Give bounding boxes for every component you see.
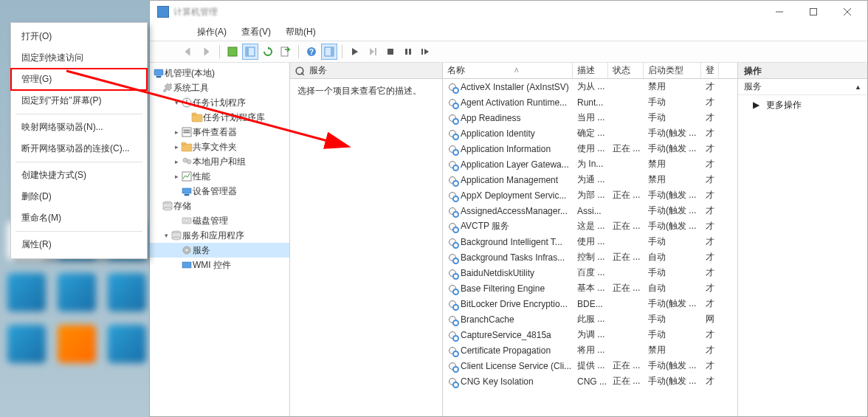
service-name: Application Information (461, 144, 551, 154)
service-row[interactable]: Application Identity确定 ...手动(触发 ...才 (443, 125, 737, 141)
toolbar-back[interactable] (181, 44, 197, 60)
expander-icon[interactable]: ▸ (172, 173, 181, 180)
computer-icon (153, 67, 165, 79)
tree-shared-folders[interactable]: ▸ 共享文件夹 (150, 139, 289, 154)
service-row[interactable]: Application Layer Gatewa...为 In...禁用才 (443, 156, 737, 172)
service-row[interactable]: BaiduNetdiskUtility百度 ...手动才 (443, 265, 737, 280)
ctx-delete[interactable]: 删除(D) (11, 186, 147, 207)
service-row[interactable]: CaptureService_4815a为调 ...手动才 (443, 327, 737, 342)
header-name-label: 名称 (447, 64, 465, 77)
ctx-pin-start[interactable]: 固定到"开始"屏幕(P) (11, 90, 147, 111)
expander-icon[interactable]: ▾ (162, 232, 170, 239)
service-name: Background Intelligent T... (461, 237, 562, 247)
service-row[interactable]: BranchCache此服 ...手动网 (443, 311, 737, 327)
header-description[interactable]: 描述 (573, 63, 608, 78)
header-status[interactable]: 状态 (608, 63, 644, 78)
ctx-map-drive[interactable]: 映射网络驱动器(N)... (11, 117, 147, 138)
maximize-button[interactable] (796, 1, 830, 22)
toolbar-pause[interactable] (400, 44, 416, 60)
svg-point-35 (187, 159, 191, 164)
service-row[interactable]: Client License Service (Cli...提供 ...正在 .… (443, 358, 737, 373)
tree-task-library[interactable]: 任务计划程序库 (150, 110, 289, 125)
expander-icon[interactable]: ▸ (172, 143, 181, 151)
service-row[interactable]: Background Intelligent T...使用 ...手动才 (443, 234, 737, 249)
tree-storage[interactable]: 存储 (150, 199, 289, 213)
desktop-icon[interactable] (58, 273, 96, 311)
ctx-disconnect-drive[interactable]: 断开网络驱动器的连接(C)... (11, 138, 147, 159)
tree-services-apps[interactable]: ▾ 服务和应用程序 (150, 228, 289, 243)
service-row[interactable]: CNG Key IsolationCNG ...正在 ...手动(触发 ...才 (443, 373, 737, 389)
desktop-icon[interactable] (7, 325, 46, 363)
service-row[interactable]: Background Tasks Infras...控制 ...正在 ...自动… (443, 249, 737, 265)
ctx-create-shortcut[interactable]: 创建快捷方式(S) (11, 165, 147, 186)
menu-action[interactable]: 操作(A) (191, 24, 232, 41)
tree-services[interactable]: 服务 (150, 243, 289, 258)
ctx-pin-quick[interactable]: 固定到快速访问 (11, 47, 147, 69)
toolbar-forward[interactable] (199, 44, 215, 60)
desktop-icon[interactable] (108, 325, 146, 363)
actions-group-services[interactable]: 服务 ▲ (738, 79, 867, 95)
service-name: Agent Activation Runtime... (461, 97, 567, 108)
pause-icon (404, 47, 413, 56)
cell-status (608, 296, 644, 311)
tree-local-users[interactable]: ▸ 本地用户和组 (150, 154, 289, 169)
toolbar-help[interactable]: ? (303, 44, 320, 60)
navigation-tree[interactable]: 机管理(本地) 系统工具 ▾ 任务计划程序 任务计划程序库 ▸ 事件查看器 (150, 63, 290, 416)
service-row[interactable]: App Readiness当用 ...手动才 (443, 110, 737, 125)
ctx-properties[interactable]: 属性(R) (11, 234, 147, 255)
collapse-icon[interactable]: ▲ (855, 83, 861, 91)
desktop-icon[interactable] (58, 325, 96, 363)
header-startup[interactable]: 启动类型 (644, 63, 701, 78)
actions-group-label: 服务 (744, 80, 762, 93)
header-logon[interactable]: 登 (701, 63, 719, 78)
tree-device-manager[interactable]: 设备管理器 (150, 184, 289, 199)
service-row[interactable]: ActiveX Installer (AxInstSV)为从 ...禁用才 (443, 79, 737, 94)
expander-icon[interactable]: ▾ (172, 99, 181, 106)
toolbar-refresh[interactable] (260, 44, 276, 60)
toolbar-show-hide-tree[interactable] (224, 44, 241, 60)
action-more[interactable]: ▶ 更多操作 (738, 95, 867, 115)
tree-performance[interactable]: ▸ 性能 (150, 169, 289, 184)
service-description-pane: 服务 选择一个项目来查看它的描述。 (290, 63, 443, 416)
cell-startup: 禁用 (644, 79, 701, 94)
desktop-icon[interactable] (7, 273, 46, 311)
menu-help[interactable]: 帮助(H) (280, 24, 322, 41)
tree-wmi-control[interactable]: WMI 控件 (150, 258, 289, 272)
minimize-button[interactable] (762, 1, 796, 22)
tree-task-scheduler[interactable]: ▾ 任务计划程序 (150, 95, 289, 110)
service-row[interactable]: Agent Activation Runtime...Runt...手动才 (443, 94, 737, 110)
toolbar-show-action-pane[interactable] (321, 44, 337, 60)
header-name[interactable]: 名称 ᐱ (443, 63, 573, 78)
refresh-icon (263, 46, 273, 57)
toolbar-export[interactable] (278, 44, 294, 60)
service-row[interactable]: AVCTP 服务这是 ...正在 ...手动(触发 ...才 (443, 218, 737, 234)
service-row[interactable]: Base Filtering Engine基本 ...正在 ...自动才 (443, 280, 737, 296)
tree-event-viewer[interactable]: ▸ 事件查看器 (150, 125, 289, 139)
cell-startup: 手动 (644, 110, 701, 125)
menu-view[interactable]: 查看(V) (235, 24, 277, 41)
tree-root[interactable]: 机管理(本地) (150, 66, 289, 80)
tree-system-tools[interactable]: 系统工具 (150, 80, 289, 95)
service-row[interactable]: AppX Deployment Servic...为部 ...正在 ...手动(… (443, 187, 737, 203)
ctx-open[interactable]: 打开(O) (11, 26, 147, 47)
ctx-manage[interactable]: 管理(G) (11, 69, 147, 90)
service-row[interactable]: BitLocker Drive Encryptio...BDE...手动(触发 … (443, 296, 737, 311)
service-gear-icon (447, 345, 458, 356)
title-bar[interactable]: 计算机管理 (150, 1, 867, 23)
service-row[interactable]: Certificate Propagation将用 ...禁用才 (443, 342, 737, 358)
toolbar-restart[interactable] (418, 44, 434, 60)
service-row[interactable]: Application Management为通 ...禁用才 (443, 172, 737, 187)
expander-icon[interactable]: ▸ (172, 158, 181, 165)
service-row[interactable]: AssignedAccessManager...Assi...手动(触发 ...… (443, 203, 737, 218)
desktop-icon[interactable] (108, 273, 146, 311)
service-row[interactable]: Application Information使用 ...正在 ...手动(触发… (443, 141, 737, 156)
close-button[interactable] (830, 1, 864, 22)
toolbar-start[interactable] (347, 44, 363, 60)
toolbar-unknown[interactable] (365, 44, 381, 60)
toolbar-stop[interactable] (382, 44, 399, 60)
toolbar-properties[interactable] (242, 44, 258, 60)
expander-icon[interactable]: ▸ (172, 128, 181, 136)
ctx-rename[interactable]: 重命名(M) (11, 207, 147, 229)
tree-disk-management[interactable]: 磁盘管理 (150, 213, 289, 228)
services-list[interactable]: 名称 ᐱ 描述 状态 启动类型 登 ActiveX Installer (AxI… (443, 63, 737, 416)
